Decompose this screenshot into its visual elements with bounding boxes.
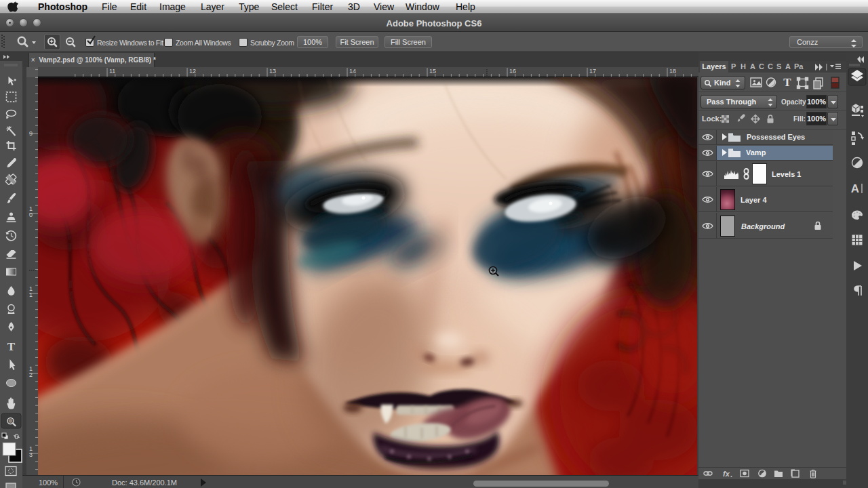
svg-text:fx: fx	[723, 470, 730, 478]
svg-text:12: 12	[189, 68, 196, 75]
svg-text:9: 9	[29, 130, 33, 137]
svg-text:13: 13	[269, 68, 276, 75]
svg-text:17: 17	[589, 68, 596, 75]
svg-text:2: 2	[29, 371, 33, 378]
svg-text:0: 0	[29, 211, 33, 218]
svg-text:T: T	[7, 340, 16, 353]
svg-text:14: 14	[349, 68, 356, 75]
svg-text:15: 15	[429, 68, 436, 75]
svg-text:1: 1	[29, 291, 33, 298]
svg-text:18: 18	[669, 68, 676, 75]
svg-text:11: 11	[109, 68, 115, 75]
svg-text:3: 3	[29, 451, 33, 458]
svg-text:T: T	[783, 76, 791, 89]
svg-text:A: A	[851, 182, 859, 195]
svg-text:16: 16	[509, 68, 516, 75]
